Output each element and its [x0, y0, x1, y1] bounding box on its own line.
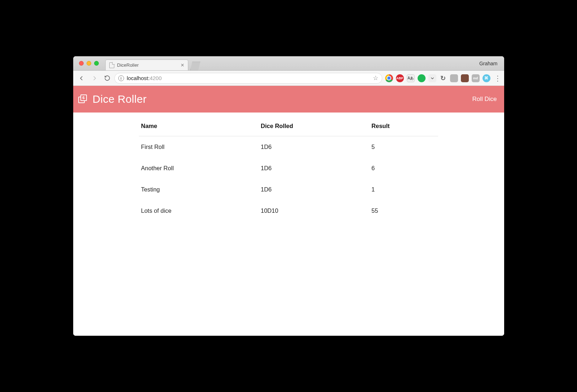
window-controls	[77, 56, 105, 70]
main-content: Name Dice Rolled Result First Roll1D65An…	[73, 113, 504, 336]
browser-toolbar: i localhost:4200 ☆ ABP Aあ ↻ md ⌘ ⋮	[73, 71, 504, 86]
extension-grey-icon[interactable]	[450, 74, 458, 82]
app-logo-icon: 6	[78, 94, 88, 104]
cell-dice: 10D10	[259, 200, 369, 221]
cell-name: Lots of dice	[139, 200, 259, 221]
column-header-dice: Dice Rolled	[259, 119, 369, 136]
bookmark-star-icon[interactable]: ☆	[373, 74, 378, 82]
extension-adblock-icon[interactable]: ABP	[396, 74, 404, 82]
extension-green-icon[interactable]	[418, 74, 426, 82]
table-row: Another Roll1D66	[139, 158, 438, 179]
back-button[interactable]	[75, 73, 88, 84]
url-host: localhost:	[127, 75, 150, 81]
cell-dice: 1D6	[259, 158, 369, 179]
address-bar[interactable]: i localhost:4200 ☆	[114, 73, 382, 84]
table-row: First Roll1D65	[139, 136, 438, 158]
extension-command-icon[interactable]: ⌘	[483, 74, 490, 82]
roll-dice-link[interactable]: Roll Dice	[472, 96, 499, 103]
table-row: Lots of dice10D1055	[139, 200, 438, 221]
new-tab-button[interactable]	[190, 62, 201, 70]
cell-name: Another Roll	[139, 158, 259, 179]
browser-menu-button[interactable]: ⋮	[493, 74, 502, 83]
window-zoom-button[interactable]	[94, 61, 99, 66]
window-close-button[interactable]	[79, 61, 84, 66]
extension-pocket-icon[interactable]	[428, 74, 436, 82]
app-logo-glyph: 6	[82, 96, 84, 100]
forward-button[interactable]	[88, 73, 101, 84]
tab-strip: DiceRoller × Graham	[73, 56, 504, 71]
url-port: 4200	[150, 75, 162, 81]
cell-result: 55	[369, 200, 438, 221]
cell-dice: 1D6	[259, 136, 369, 158]
reload-button[interactable]	[101, 73, 114, 84]
cell-name: Testing	[139, 179, 259, 200]
cell-result: 6	[369, 158, 438, 179]
profile-name[interactable]: Graham	[473, 56, 504, 70]
extension-md-icon[interactable]: md	[472, 74, 480, 82]
browser-tab[interactable]: DiceRoller ×	[105, 60, 188, 70]
app-header: 6 Dice Roller Roll Dice	[73, 86, 504, 113]
site-info-icon[interactable]: i	[118, 75, 124, 81]
cell-result: 5	[369, 136, 438, 158]
cell-result: 1	[369, 179, 438, 200]
page-favicon-icon	[109, 62, 114, 68]
cell-name: First Roll	[139, 136, 259, 158]
cell-dice: 1D6	[259, 179, 369, 200]
app-title: Dice Roller	[93, 93, 147, 105]
extension-translate-icon[interactable]: Aあ	[407, 74, 415, 82]
extension-sync-icon[interactable]: ↻	[439, 74, 447, 82]
window-minimize-button[interactable]	[87, 61, 91, 66]
extension-mask-icon[interactable]	[461, 74, 469, 82]
tab-title: DiceRoller	[117, 62, 139, 68]
column-header-result: Result	[369, 119, 438, 136]
rolls-table: Name Dice Rolled Result First Roll1D65An…	[139, 119, 438, 221]
extensions: ABP Aあ ↻ md ⌘	[383, 74, 493, 82]
extension-chrome-icon[interactable]	[385, 74, 393, 82]
browser-window: DiceRoller × Graham i localhost:4200 ☆ A…	[73, 56, 504, 336]
table-row: Testing1D61	[139, 179, 438, 200]
column-header-name: Name	[139, 119, 259, 136]
tab-close-button[interactable]: ×	[181, 62, 184, 68]
